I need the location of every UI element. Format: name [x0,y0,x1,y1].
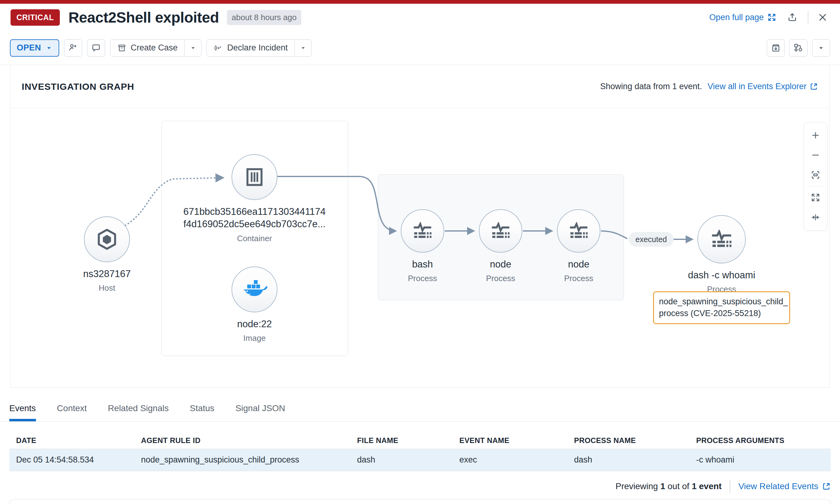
container-label-line1: 671bbcb35166ea1171303441174 [183,206,325,217]
download-signal-button[interactable] [767,39,785,57]
close-icon [817,12,828,23]
expand-icon [768,13,776,22]
siren-icon [213,43,223,53]
caret-down-icon [300,45,306,51]
declare-incident-caret-button[interactable] [294,40,311,56]
host-type: Host [99,283,115,293]
create-case-button[interactable]: Create Case [110,40,185,56]
status-dropdown[interactable]: OPEN [10,39,59,57]
process-label: node [568,258,589,271]
process-icon [569,222,588,240]
tab-signal-json[interactable]: Signal JSON [236,403,285,421]
host-circle [84,216,130,262]
showing-data-text-wrap: Showing data from 1 event. View all in E… [600,82,818,91]
tab-related-signals[interactable]: Related Signals [108,403,169,421]
close-button[interactable] [816,11,829,24]
zoom-out-button[interactable] [807,145,824,165]
graph-node-container[interactable]: 671bbcb35166ea1171303441174 f4d169052dc5… [158,154,350,243]
container-icon [244,166,264,187]
declare-incident-split: Declare Incident [206,39,311,57]
status-label: OPEN [17,43,41,53]
process-circle [401,209,444,253]
rule-annotation: node_spawning_suspicious_child_ process … [653,291,790,324]
tab-context[interactable]: Context [57,403,87,421]
zoom-controls-divider [808,186,823,186]
collapse-horizontal-button[interactable] [807,208,824,227]
share-icon [787,12,798,23]
graph-zoom-controls [804,122,827,231]
container-circle [232,154,277,200]
open-full-page-label: Open full page [709,13,764,22]
rule-annotation-line2: process (CVE-2025-55218) [659,309,761,318]
cell-date: Dec 05 14:54:58.534 [9,455,134,465]
workflow-icon [793,43,803,53]
graph-canvas[interactable]: ns3287167 Host 671bbcb351 [11,108,829,387]
fit-to-screen-icon [811,170,820,180]
next-panel-top-edge [9,499,831,504]
process-icon [413,222,432,240]
process-type: Process [486,274,515,283]
declare-incident-button[interactable]: Declare Incident [207,40,294,56]
preview-footer: Previewing 1 out of 1 event View Related… [616,478,831,494]
comment-button[interactable] [87,39,105,57]
graph-node-process-node2[interactable]: node Process [532,209,625,283]
events-table: DATE AGENT RULE ID FILE NAME EVENT NAME … [9,432,831,471]
open-full-page-link[interactable]: Open full page [709,13,776,22]
process-circle [479,209,522,253]
image-circle [232,267,277,312]
process-icon [491,222,510,240]
case-icon [117,43,126,53]
tab-status[interactable]: Status [190,403,214,421]
panel-header-bar: CRITICAL React2Shell exploited about 8 h… [0,4,840,31]
maximize-icon [811,193,820,202]
out-of-label: out of [668,481,689,491]
tab-events[interactable]: Events [9,403,36,421]
collapse-horizontal-icon [811,213,820,222]
col-header-process-arguments: PROCESS ARGUMENTS [689,436,831,445]
page-title: React2Shell exploited [69,9,219,26]
maximize-button[interactable] [807,187,824,208]
plus-icon [811,131,820,140]
external-link-icon [810,82,818,91]
container-type: Container [237,234,272,243]
table-row[interactable]: Dec 05 14:54:58.534 node_spawning_suspic… [9,449,831,471]
more-actions-button[interactable] [812,39,830,57]
workflow-button[interactable] [789,39,807,57]
investigation-graph-panel: INVESTIGATION GRAPH Showing data from 1 … [10,65,829,388]
severity-strip [0,0,840,4]
graph-node-process-dash[interactable]: dash -c whoami Process [653,215,790,294]
host-label: ns3287167 [83,268,131,280]
action-toolbar: OPEN [0,31,840,65]
signal-side-panel: CRITICAL React2Shell exploited about 8 h… [0,0,840,504]
process-label: dash -c whoami [688,269,755,282]
graph-node-host[interactable]: ns3287167 Host [45,216,169,293]
showing-data-text: Showing data from 1 event. [600,82,702,91]
previewing-label: Previewing [616,481,658,491]
process-label: node [490,258,511,271]
box-download-icon [771,43,781,53]
rule-annotation-line1: node_spawning_suspicious_child_ [659,297,788,306]
cell-process-arguments: -c whoami [689,455,831,465]
graph-node-image[interactable]: node:22 Image [192,267,316,343]
external-link-icon [822,482,831,491]
share-button[interactable] [786,11,799,24]
process-icon [711,230,732,249]
process-type: Process [408,274,437,283]
cell-process-name: dash [567,455,689,465]
toolbar-right-actions [767,39,830,57]
fit-to-screen-button[interactable] [807,165,824,185]
col-header-file-name: FILE NAME [350,436,452,445]
create-case-caret-button[interactable] [185,40,201,56]
col-header-process-name: PROCESS NAME [567,436,689,445]
minus-icon [811,150,820,160]
comment-icon [91,43,101,53]
zoom-in-button[interactable] [807,125,824,145]
events-explorer-link[interactable]: View all in Events Explorer [708,82,818,91]
preview-count: 1 [660,481,665,491]
col-header-agent-rule-id: AGENT RULE ID [134,436,350,445]
person-add-icon [68,43,78,53]
assign-button[interactable] [64,39,82,57]
process-circle [557,209,600,253]
view-related-events-link[interactable]: View Related Events [738,481,831,491]
process-label: bash [412,258,433,271]
